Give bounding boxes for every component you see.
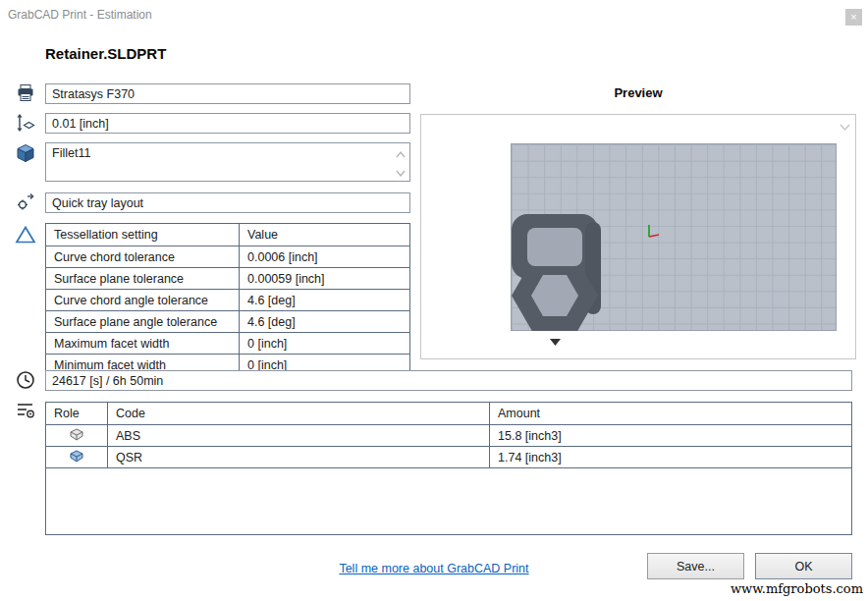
tray-layout-field[interactable] [45,192,410,213]
time-icon [15,369,36,391]
materials-table: Role Code Amount ABS 15.8 [inch3] [46,403,851,468]
tessellation-header-value: Value [240,224,410,246]
setting-name: Maximum facet width [46,333,240,355]
setting-name: Curve chord angle tolerance [46,290,240,311]
material-settings-icon [15,400,36,421]
setting-value: 0.0006 [inch] [240,246,410,268]
configuration-list[interactable]: Fillet11 [45,142,410,182]
table-row: Curve chord tolerance 0.0006 [inch] [46,246,410,268]
ok-button[interactable]: OK [755,553,852,579]
setting-value: 4.6 [deg] [240,311,410,333]
setting-name: Surface plane tolerance [46,268,240,290]
window-title: GrabCAD Print - Estimation [8,8,152,22]
close-button[interactable]: × [845,9,862,26]
tray-viewport[interactable] [511,143,837,331]
page-title: Retainer.SLDPRT [45,45,166,62]
materials-header-amount: Amount [490,403,852,425]
table-row: Surface plane tolerance 0.00059 [inch] [46,268,410,290]
tessellation-header-setting: Tessellation setting [46,224,240,246]
material-code: QSR [108,447,490,468]
table-row: Curve chord angle tolerance 4.6 [deg] [46,290,410,311]
setting-value: 4.6 [deg] [240,290,410,311]
preview-panel [420,114,856,359]
materials-header-code: Code [108,403,490,425]
model-material-icon [46,425,108,447]
tray-layout-icon [15,191,36,213]
close-icon: × [850,11,856,23]
printer-field[interactable] [45,83,410,104]
material-amount: 1.74 [inch3] [490,447,852,468]
material-code: ABS [108,425,490,447]
setting-name: Curve chord tolerance [46,246,240,268]
materials-header-role: Role [46,403,108,425]
slice-height-field[interactable] [45,113,410,134]
table-row: ABS 15.8 [inch3] [46,425,851,447]
spinner-down-icon[interactable] [395,167,407,176]
tessellation-table: Tessellation setting Value Curve chord t… [45,223,410,376]
table-row: QSR 1.74 [inch3] [46,447,851,468]
slice-height-icon [15,112,36,134]
setting-value: 0.00059 [inch] [240,268,410,290]
tessellation-icon [15,224,36,246]
save-button[interactable]: Save... [647,553,744,579]
table-row: Maximum facet width 0 [inch] [46,333,410,355]
estimated-time-field[interactable] [45,370,852,391]
learn-more-link[interactable]: Tell me more about GrabCAD Print [339,562,528,575]
chevron-down-icon[interactable] [839,118,851,136]
watermark-text: www.mfgrobots.com [731,581,863,596]
setting-value: 0 [inch] [240,333,410,355]
tray-dropdown-arrow-icon[interactable] [550,332,561,350]
printer-icon [15,82,36,104]
spinner-up-icon[interactable] [395,148,407,157]
configuration-value: Fillet11 [52,146,90,160]
material-cube-icon [15,142,36,164]
support-material-icon [46,447,108,468]
material-amount: 15.8 [inch3] [490,425,852,447]
table-row: Surface plane angle tolerance 4.6 [deg] [46,311,410,333]
preview-label: Preview [420,85,856,100]
setting-name: Surface plane angle tolerance [46,311,240,333]
estimation-dialog: GrabCAD Print - Estimation × Retainer.SL… [0,0,868,601]
materials-panel: Role Code Amount ABS 15.8 [inch3] [45,402,852,535]
